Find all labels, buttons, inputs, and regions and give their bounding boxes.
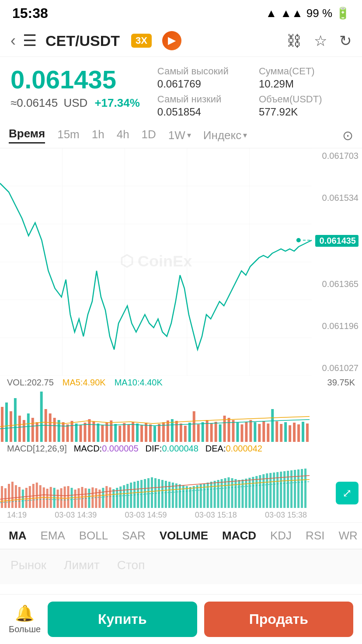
high-stat: Самый высокий 0.061769 bbox=[157, 66, 250, 90]
index-dropdown[interactable]: Индекс ▾ bbox=[203, 129, 247, 142]
price-section: 0.061435 ≈0.06145 USD +17.34% Самый высо… bbox=[0, 57, 362, 122]
rsi-chart-container: ⤢ bbox=[0, 455, 362, 508]
y-label-1: 0.061703 bbox=[315, 151, 359, 161]
svg-rect-121 bbox=[126, 484, 129, 508]
tab-tiempo[interactable]: Время bbox=[9, 127, 45, 144]
svg-rect-157 bbox=[252, 477, 254, 508]
link-icon[interactable]: ⛓ bbox=[287, 32, 302, 49]
price-usd-value: ≈0.06145 USD bbox=[10, 96, 87, 110]
svg-rect-144 bbox=[207, 483, 209, 508]
rsi-svg bbox=[0, 455, 310, 508]
svg-rect-77 bbox=[275, 421, 278, 442]
svg-rect-114 bbox=[102, 488, 104, 508]
svg-rect-62 bbox=[210, 424, 213, 442]
tab-1d[interactable]: 1D bbox=[142, 128, 156, 143]
status-icons: ▲ ▲▲ 99 % 🔋 bbox=[266, 7, 350, 20]
svg-rect-59 bbox=[197, 424, 200, 442]
svg-rect-67 bbox=[232, 420, 235, 442]
svg-rect-128 bbox=[151, 477, 153, 508]
ind-tab-macd[interactable]: MACD bbox=[222, 529, 256, 542]
more-button[interactable]: 🔔 Больше bbox=[9, 604, 41, 634]
svg-rect-96 bbox=[39, 485, 42, 508]
svg-rect-81 bbox=[293, 423, 296, 442]
svg-rect-170 bbox=[297, 469, 299, 508]
svg-rect-103 bbox=[64, 486, 66, 508]
svg-rect-136 bbox=[179, 484, 181, 508]
svg-rect-160 bbox=[262, 474, 265, 508]
vol-value: 577.92K bbox=[259, 106, 352, 118]
svg-rect-147 bbox=[217, 480, 219, 508]
svg-rect-124 bbox=[137, 481, 139, 508]
svg-rect-138 bbox=[186, 486, 188, 508]
chart-settings-icon[interactable]: ⊙ bbox=[342, 128, 353, 143]
svg-rect-31 bbox=[75, 424, 78, 442]
volume-chart bbox=[0, 389, 362, 442]
svg-rect-22 bbox=[36, 422, 38, 442]
svg-rect-80 bbox=[289, 425, 291, 442]
fullscreen-button[interactable]: ⤢ bbox=[336, 482, 359, 504]
svg-rect-74 bbox=[262, 421, 265, 442]
chart-svg-container: ⬡ CoinEx bbox=[0, 148, 312, 376]
ind-tab-wr[interactable]: WR bbox=[338, 529, 357, 542]
main-price: 0.061435 bbox=[10, 66, 140, 94]
back-button[interactable]: ‹ bbox=[10, 32, 16, 50]
svg-rect-132 bbox=[165, 481, 167, 508]
svg-rect-73 bbox=[258, 424, 261, 442]
svg-rect-68 bbox=[236, 423, 239, 442]
svg-rect-89 bbox=[15, 485, 17, 508]
svg-rect-15 bbox=[5, 402, 8, 442]
svg-rect-50 bbox=[158, 424, 160, 442]
star-icon[interactable]: ☆ bbox=[314, 32, 327, 49]
svg-rect-119 bbox=[119, 486, 122, 508]
more-label: Больше bbox=[9, 624, 41, 634]
tab-1w-dropdown[interactable]: 1W ▾ bbox=[168, 129, 191, 142]
svg-rect-64 bbox=[219, 424, 222, 442]
svg-rect-129 bbox=[154, 478, 157, 508]
svg-rect-130 bbox=[158, 479, 160, 508]
svg-rect-165 bbox=[280, 472, 282, 508]
svg-rect-76 bbox=[271, 409, 274, 442]
ind-tab-volume[interactable]: VOLUME bbox=[160, 529, 208, 542]
ind-tab-ma[interactable]: MA bbox=[9, 529, 26, 542]
sell-button[interactable]: Продать bbox=[204, 602, 353, 637]
menu-icon[interactable]: ☰ bbox=[23, 32, 37, 50]
ind-tab-ema[interactable]: EMA bbox=[40, 529, 65, 542]
header: ‹ ☰ CET/USDT 3X ▶ ⛓ ☆ ↻ bbox=[0, 25, 362, 57]
header-right: ⛓ ☆ ↻ bbox=[287, 32, 352, 49]
svg-rect-14 bbox=[1, 407, 3, 442]
svg-rect-145 bbox=[210, 482, 212, 508]
rsi-chart bbox=[0, 455, 362, 508]
price-left: 0.061435 ≈0.06145 USD +17.34% bbox=[10, 66, 140, 118]
tab-1h[interactable]: 1h bbox=[92, 128, 104, 143]
svg-rect-46 bbox=[140, 425, 143, 442]
ind-tab-sar[interactable]: SAR bbox=[122, 529, 145, 542]
low-value: 0.051854 bbox=[157, 106, 250, 118]
svg-rect-78 bbox=[280, 424, 282, 442]
svg-rect-17 bbox=[14, 398, 17, 442]
buy-button[interactable]: Купить bbox=[48, 602, 197, 637]
svg-rect-172 bbox=[304, 469, 306, 508]
tab-15m[interactable]: 15m bbox=[57, 128, 80, 143]
status-bar: 15:38 ▲ ▲▲ 99 % 🔋 bbox=[0, 0, 362, 25]
svg-rect-33 bbox=[84, 423, 86, 442]
svg-rect-98 bbox=[46, 489, 49, 508]
svg-rect-133 bbox=[168, 482, 171, 508]
fullscreen-icon: ⤢ bbox=[342, 486, 352, 500]
ind-tab-kdj[interactable]: KDJ bbox=[270, 529, 292, 542]
svg-rect-84 bbox=[306, 424, 309, 442]
ind-tab-boll[interactable]: BOLL bbox=[79, 529, 108, 542]
tab-4h[interactable]: 4h bbox=[117, 128, 129, 143]
svg-rect-167 bbox=[287, 471, 289, 508]
main-chart[interactable]: 0.061703 0.061534 0.061435 0.061365 0.06… bbox=[0, 148, 362, 376]
wifi-icon: ▲ bbox=[266, 7, 277, 20]
high-value: 0.061769 bbox=[157, 78, 250, 90]
svg-rect-126 bbox=[144, 479, 146, 508]
svg-rect-40 bbox=[114, 424, 117, 442]
svg-rect-56 bbox=[184, 426, 187, 442]
refresh-icon[interactable]: ↻ bbox=[339, 32, 352, 49]
svg-rect-131 bbox=[161, 480, 164, 508]
indicator-selector: MA EMA BOLL SAR VOLUME MACD KDJ RSI WR E bbox=[0, 522, 362, 549]
bottom-partial-content: Рынок Лимит Стоп bbox=[10, 558, 352, 572]
svg-rect-140 bbox=[193, 486, 195, 508]
ind-tab-rsi[interactable]: RSI bbox=[306, 529, 324, 542]
